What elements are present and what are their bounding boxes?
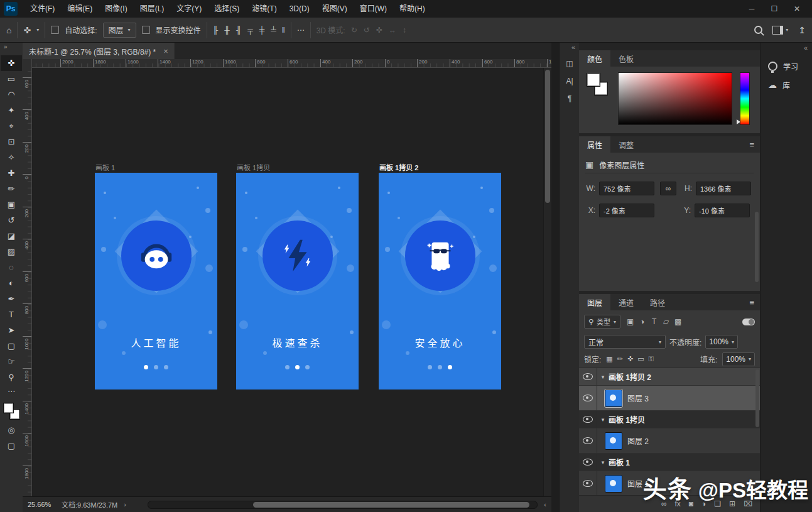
menu-item[interactable]: 帮助(H) [393, 0, 431, 18]
layer-thumbnail[interactable] [605, 432, 622, 450]
move-tool[interactable]: ✜ [1, 55, 22, 71]
height-field[interactable]: 1366 像素 [696, 182, 751, 195]
rectangular-marquee-tool[interactable]: ▭ [1, 71, 22, 87]
panel-tab[interactable]: 属性 [579, 136, 610, 153]
panel-tab[interactable]: 图层 [579, 294, 610, 310]
history-brush-tool[interactable]: ↺ [1, 212, 22, 228]
visibility-toggle[interactable] [579, 428, 597, 453]
y-field[interactable]: -10 像素 [695, 204, 750, 217]
type-tool[interactable]: T [1, 307, 22, 322]
menu-item[interactable]: 滤镜(T) [246, 0, 283, 18]
chevron-down-icon[interactable]: ▾ [786, 27, 788, 33]
home-icon[interactable]: ⌂ [6, 26, 11, 35]
search-icon[interactable] [754, 26, 762, 34]
panel-tab[interactable]: 路径 [642, 294, 673, 310]
document-tab[interactable]: 未标题-1 @ 25.7% (图层 3, RGB/8#) * × [23, 43, 175, 59]
filter-toggle[interactable] [742, 319, 755, 325]
pen-tool[interactable]: ✒ [1, 291, 22, 307]
width-field[interactable]: 752 像素 [599, 182, 654, 195]
align-left-icon[interactable]: ╟ [213, 26, 219, 35]
lock-position-icon[interactable]: ✜ [627, 355, 633, 363]
scroll-left-icon[interactable]: ‹ [544, 501, 546, 508]
visibility-toggle[interactable] [579, 386, 597, 410]
layer-row[interactable]: ▾ 画板 1 [579, 454, 760, 471]
artboard-label[interactable]: 画板 1拷贝 2 [379, 162, 418, 172]
restore-button[interactable]: ☐ [763, 0, 786, 18]
expand-chevron-icon[interactable]: ▾ [597, 374, 609, 380]
panel-menu-icon[interactable]: ≡ [744, 136, 760, 153]
filter-smart-objects-icon[interactable]: ▩ [673, 317, 683, 326]
libraries-panel-button[interactable]: ☁ 库 [768, 75, 812, 94]
zoom-level-field[interactable]: 25.66% [28, 501, 55, 508]
eyedropper-tool[interactable]: ✧ [1, 150, 22, 165]
learn-panel-button[interactable]: 学习 [768, 57, 812, 75]
status-popup-arrow-icon[interactable]: › [124, 501, 126, 508]
x-field[interactable]: -2 像素 [599, 204, 654, 217]
more-align-options-icon[interactable]: ⋯ [297, 26, 305, 35]
fill-dropdown[interactable]: 100% ▾ [722, 352, 755, 366]
menu-item[interactable]: 编辑(E) [61, 0, 99, 18]
link-dimensions-icon[interactable]: ∞ [660, 182, 676, 195]
align-middle-icon[interactable]: ╪ [259, 26, 265, 35]
expand-chevron-icon[interactable]: ▾ [597, 417, 609, 423]
menu-item[interactable]: 视图(V) [316, 0, 354, 18]
workspace-icon[interactable] [772, 26, 783, 35]
brush-tool[interactable]: ✏ [1, 181, 22, 197]
quick-selection-tool[interactable]: ✦ [1, 102, 22, 118]
menu-item[interactable]: 图层(L) [134, 0, 171, 18]
filter-pixel-layers-icon[interactable]: ▣ [625, 317, 636, 326]
panel-menu-icon[interactable]: ≡ [744, 294, 760, 310]
artboard-canvas[interactable]: 人工智能 [95, 173, 217, 389]
gradient-tool[interactable]: ▨ [1, 244, 22, 259]
close-button[interactable]: ✕ [786, 0, 808, 18]
saturation-brightness-picker[interactable] [618, 72, 732, 125]
expand-chevron-icon[interactable]: ▾ [597, 459, 609, 466]
minimize-button[interactable]: ─ [740, 0, 763, 18]
align-center-h-icon[interactable]: ╫ [224, 26, 230, 35]
menu-item[interactable]: 窗口(W) [354, 0, 393, 18]
align-right-icon[interactable]: ╢ [236, 26, 242, 35]
panel-tab[interactable]: 颜色 [579, 50, 610, 67]
panel-tab[interactable]: 色板 [610, 50, 642, 67]
blend-mode-dropdown[interactable]: 正常 ▾ [584, 335, 666, 349]
close-icon[interactable]: × [163, 46, 168, 56]
filter-adjustment-layers-icon[interactable]: ◑ [637, 317, 647, 326]
artboard-canvas[interactable]: 安全放心 [379, 173, 501, 389]
align-top-icon[interactable]: ╤ [247, 26, 253, 35]
layer-row[interactable]: ▾ 图层 3 [579, 386, 760, 411]
auto-select-checkbox[interactable] [51, 26, 59, 34]
panel-tab[interactable]: 调整 [610, 136, 642, 153]
layer-row[interactable]: ▾ 画板 1拷贝 2 [579, 368, 760, 386]
quick-mask-icon[interactable]: ◎ [8, 425, 14, 435]
lock-transparency-icon[interactable]: ▦ [606, 355, 612, 363]
lock-pixels-icon[interactable]: ✏ [617, 355, 623, 363]
dodge-tool[interactable]: ◐ [1, 275, 22, 291]
filter-type-layers-icon[interactable]: T [649, 317, 659, 326]
menu-item[interactable]: 图像(I) [99, 0, 133, 18]
path-selection-tool[interactable]: ➤ [1, 322, 22, 338]
filter-type-dropdown[interactable]: ⚲ 类型 ▾ [584, 315, 620, 329]
scrollbar-thumb[interactable] [253, 502, 529, 508]
crop-tool[interactable]: ⌖ [1, 118, 22, 134]
filter-shape-layers-icon[interactable]: ▱ [661, 317, 671, 326]
artboard-label[interactable]: 画板 1 [95, 162, 115, 172]
visibility-toggle[interactable] [579, 454, 597, 471]
canvas[interactable]: 画板 1 [32, 68, 551, 496]
foreground-color-swatch[interactable] [3, 403, 14, 413]
toolbar-expand-icon[interactable]: » [0, 43, 8, 52]
blur-tool[interactable]: ◌ [1, 259, 22, 275]
eraser-tool[interactable]: ◪ [1, 228, 22, 244]
menu-item[interactable]: 文件(F) [24, 0, 61, 18]
tool-preset-caret-icon[interactable]: ▾ [36, 27, 39, 33]
opacity-dropdown[interactable]: 100% ▾ [705, 335, 738, 349]
visibility-toggle[interactable] [579, 411, 597, 428]
horizontal-scrollbar[interactable] [148, 501, 538, 509]
frame-tool[interactable]: ⊡ [1, 134, 22, 150]
show-transform-checkbox[interactable] [142, 26, 150, 34]
edit-toolbar-icon[interactable]: ⋯ [8, 387, 15, 396]
layer-thumbnail[interactable] [605, 389, 622, 407]
zoom-tool[interactable]: ⚲ [1, 369, 22, 385]
menu-item[interactable]: 选择(S) [208, 0, 246, 18]
paragraph-panel-icon[interactable]: ¶ [561, 91, 578, 106]
menu-item[interactable]: 3D(D) [283, 0, 316, 18]
